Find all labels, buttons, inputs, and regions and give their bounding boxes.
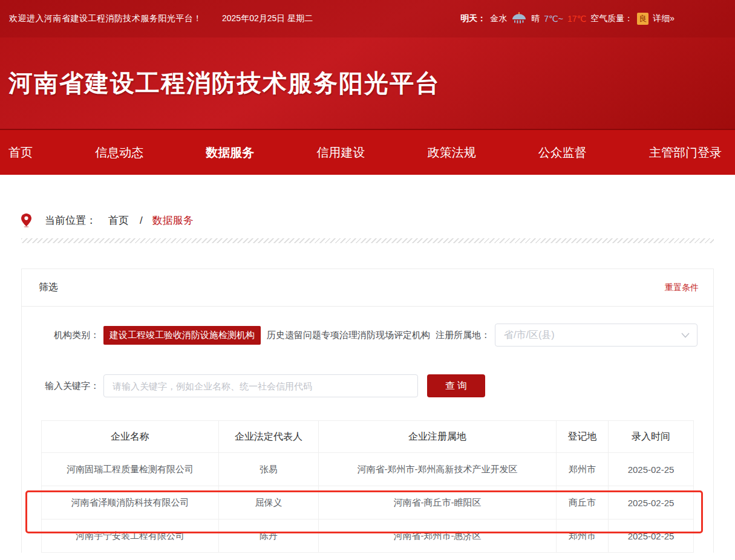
nav-item-news[interactable]: 信息动态 <box>95 145 143 161</box>
site-header: 欢迎进入河南省建设工程消防技术服务阳光平台！ 2025年02月25日 星期二 明… <box>0 0 735 130</box>
cell-registration-city: 郑州市 <box>557 453 609 486</box>
table-row[interactable]: 河南宇宁安装工程有限公司 陈丹 河南省-郑州市-惠济区 郑州市 2025-02-… <box>42 519 694 553</box>
nav-item-supervision[interactable]: 公众监督 <box>538 145 587 161</box>
cell-registered-region: 河南省-郑州市-惠济区 <box>319 519 557 553</box>
results-table: 企业名称 企业法定代表人 企业注册属地 登记地 录入时间 河南固瑞工程质量检测有… <box>41 420 694 553</box>
breadcrumb-home-link[interactable]: 首页 <box>108 213 129 227</box>
region-filter-group: 注册所属地： 省/市/区(县) <box>436 324 713 347</box>
welcome-text: 欢迎进入河南省建设工程消防技术服务阳光平台！ <box>9 13 202 24</box>
weather-condition: 晴 <box>531 13 540 24</box>
weather-icon <box>511 12 527 26</box>
cell-company-name: 河南固瑞工程质量检测有限公司 <box>42 453 219 486</box>
keyword-filter-row: 输入关键字： 查 询 <box>22 374 713 397</box>
cell-registration-city: 商丘市 <box>557 486 609 519</box>
col-registration-city: 登记地 <box>557 421 609 453</box>
chevron-down-icon <box>681 330 690 340</box>
col-legal-rep: 企业法定代表人 <box>219 421 319 453</box>
nav-item-home[interactable]: 首页 <box>8 145 33 161</box>
air-quality-label: 空气质量： <box>590 13 633 24</box>
table-row[interactable]: 河南省泽顺消防科技有限公司 屈保义 河南省-商丘市-睢阳区 商丘市 2025-0… <box>42 486 694 519</box>
nav-item-data-service[interactable]: 数据服务 <box>206 145 254 161</box>
breadcrumb: 当前位置： 首页 / 数据服务 <box>21 213 735 227</box>
site-title: 河南省建设工程消防技术服务阳光平台 <box>8 67 440 100</box>
region-select-placeholder: 省/市/区(县) <box>504 329 555 342</box>
table-header-row: 企业名称 企业法定代表人 企业注册属地 登记地 录入时间 <box>42 421 694 453</box>
filter-panel: 筛选 重置条件 机构类别： 建设工程竣工验收消防设施检测机构 历史遗留问题专项治… <box>21 269 714 553</box>
category-filter-row: 机构类别： 建设工程竣工验收消防设施检测机构 历史遗留问题专项治理消防现场评定机… <box>22 324 713 347</box>
region-label: 注册所属地： <box>436 330 490 341</box>
table-row[interactable]: 河南固瑞工程质量检测有限公司 张易 河南省-郑州市-郑州高新技术产业开发区 郑州… <box>42 453 694 486</box>
nav-item-admin-login[interactable]: 主管部门登录 <box>649 145 722 161</box>
filter-title: 筛选 <box>39 281 58 294</box>
filter-body: 机构类别： 建设工程竣工验收消防设施检测机构 历史遗留问题专项治理消防现场评定机… <box>22 307 713 397</box>
slash-divider <box>21 238 714 243</box>
cell-legal-rep: 陈丹 <box>219 519 319 553</box>
category-label: 机构类别： <box>22 330 99 341</box>
cell-legal-rep: 屈保义 <box>219 486 319 519</box>
keyword-label: 输入关键字： <box>22 380 99 392</box>
nav-item-credit[interactable]: 信用建设 <box>316 145 365 161</box>
breadcrumb-label: 当前位置： <box>45 213 96 227</box>
category-option-selected[interactable]: 建设工程竣工验收消防设施检测机构 <box>103 326 261 345</box>
cell-entry-date: 2025-02-25 <box>609 486 694 519</box>
col-registered-region: 企业注册属地 <box>319 421 557 453</box>
weather-tomorrow-label: 明天： <box>460 13 486 24</box>
weather-widget: 明天： 金水 晴 7℃~ 17℃ 空气质量： 良 详细» <box>460 12 735 26</box>
cell-company-name: 河南省泽顺消防科技有限公司 <box>42 486 219 519</box>
weather-detail-link[interactable]: 详细» <box>653 13 675 24</box>
breadcrumb-current-link[interactable]: 数据服务 <box>152 213 194 227</box>
category-option-unselected[interactable]: 历史遗留问题专项治理消防现场评定机构 <box>267 330 430 341</box>
reset-filters-link[interactable]: 重置条件 <box>665 282 699 293</box>
search-button[interactable]: 查 询 <box>427 374 485 397</box>
filter-panel-header: 筛选 重置条件 <box>22 269 713 307</box>
location-pin-icon <box>21 213 31 227</box>
col-company-name: 企业名称 <box>42 421 219 453</box>
cell-company-name: 河南宇宁安装工程有限公司 <box>42 519 219 553</box>
region-select[interactable]: 省/市/区(县) <box>495 324 697 347</box>
topbar: 欢迎进入河南省建设工程消防技术服务阳光平台！ 2025年02月25日 星期二 明… <box>0 0 735 37</box>
cell-legal-rep: 张易 <box>219 453 319 486</box>
keyword-input[interactable] <box>103 374 418 397</box>
cell-registered-region: 河南省-郑州市-郑州高新技术产业开发区 <box>319 453 557 486</box>
cell-registration-city: 郑州市 <box>557 519 609 553</box>
breadcrumb-separator: / <box>140 215 143 227</box>
cell-entry-date: 2025-02-25 <box>609 519 694 553</box>
nav-item-policy[interactable]: 政策法规 <box>428 145 476 161</box>
main-nav: 首页 信息动态 数据服务 信用建设 政策法规 公众监督 主管部门登录 <box>0 130 735 175</box>
cell-entry-date: 2025-02-25 <box>609 453 694 486</box>
date-text: 2025年02月25日 星期二 <box>222 13 313 24</box>
main-content: 当前位置： 首页 / 数据服务 筛选 重置条件 机构类别： 建设工程竣工验收消防… <box>0 213 735 560</box>
temp-low: 7℃~ <box>544 14 563 24</box>
air-quality-badge: 良 <box>637 13 648 25</box>
site-banner: 河南省建设工程消防技术服务阳光平台 <box>0 37 735 129</box>
temp-high: 17℃ <box>567 14 586 24</box>
cell-registered-region: 河南省-商丘市-睢阳区 <box>319 486 557 519</box>
col-entry-date: 录入时间 <box>609 421 694 453</box>
weather-district: 金水 <box>490 13 507 24</box>
